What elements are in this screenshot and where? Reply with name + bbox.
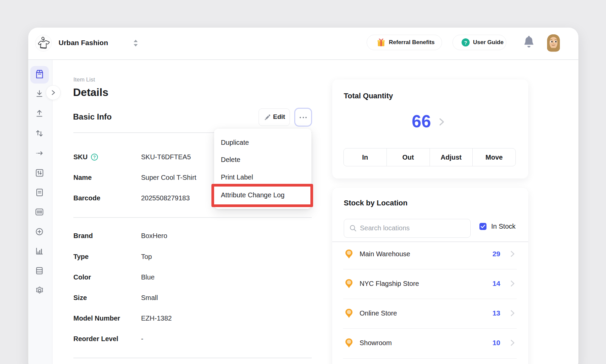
svg-text:?: ?: [464, 40, 467, 45]
svg-text:?: ?: [93, 155, 96, 160]
